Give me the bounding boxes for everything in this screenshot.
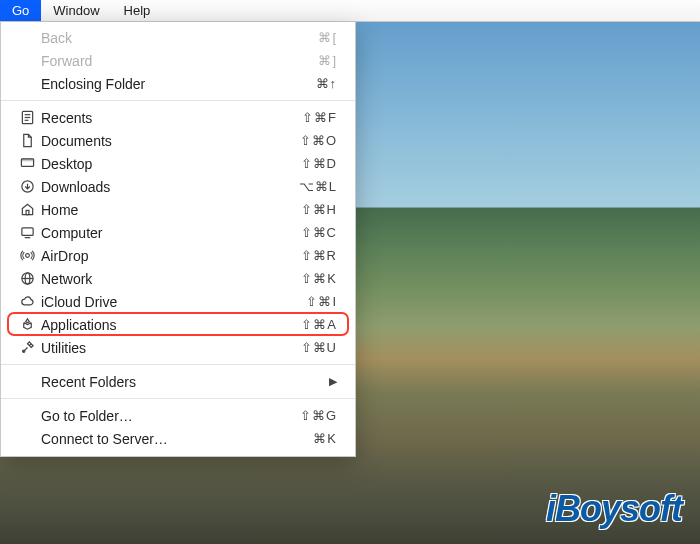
menu-label: Documents — [37, 133, 300, 149]
menu-item-computer[interactable]: Computer ⇧⌘C — [1, 221, 355, 244]
menu-shortcut: ⌥⌘L — [299, 179, 337, 194]
document-icon — [17, 133, 37, 148]
cloud-icon — [17, 294, 37, 309]
menu-label: Home — [37, 202, 301, 218]
menu-shortcut: ⌘↑ — [316, 76, 338, 91]
network-icon — [17, 271, 37, 286]
menu-label: Forward — [17, 53, 318, 69]
computer-icon — [17, 225, 37, 240]
home-icon — [17, 202, 37, 217]
applications-icon — [17, 317, 37, 332]
menu-shortcut: ⌘[ — [318, 30, 337, 45]
menu-item-recent-folders[interactable]: Recent Folders ▶ — [1, 370, 355, 393]
menu-separator — [1, 100, 355, 101]
menu-separator — [1, 398, 355, 399]
menu-item-icloud-drive[interactable]: iCloud Drive ⇧⌘I — [1, 290, 355, 313]
utilities-icon — [17, 340, 37, 355]
menu-label: Recent Folders — [17, 374, 329, 390]
go-menu-dropdown: Back ⌘[ Forward ⌘] Enclosing Folder ⌘↑ R… — [0, 22, 356, 457]
menu-item-airdrop[interactable]: AirDrop ⇧⌘R — [1, 244, 355, 267]
menu-help[interactable]: Help — [112, 0, 163, 21]
menu-item-downloads[interactable]: Downloads ⌥⌘L — [1, 175, 355, 198]
menu-item-utilities[interactable]: Utilities ⇧⌘U — [1, 336, 355, 359]
menu-label: Go to Folder… — [17, 408, 300, 424]
desktop-icon — [17, 156, 37, 171]
svg-rect-8 — [21, 228, 32, 236]
menu-shortcut: ⇧⌘C — [301, 225, 337, 240]
menu-label: Desktop — [37, 156, 301, 172]
menu-window[interactable]: Window — [41, 0, 111, 21]
menu-separator — [1, 364, 355, 365]
menu-label: Enclosing Folder — [17, 76, 316, 92]
clock-doc-icon — [17, 110, 37, 125]
menu-shortcut: ⌘K — [313, 431, 337, 446]
menu-label: Applications — [37, 317, 301, 333]
menu-go[interactable]: Go — [0, 0, 41, 21]
menu-label: Connect to Server… — [17, 431, 313, 447]
menu-item-recents[interactable]: Recents ⇧⌘F — [1, 106, 355, 129]
menu-shortcut: ⇧⌘K — [301, 271, 337, 286]
menu-shortcut: ⇧⌘O — [300, 133, 337, 148]
menu-item-connect-to-server[interactable]: Connect to Server… ⌘K — [1, 427, 355, 450]
menu-shortcut: ⇧⌘R — [301, 248, 337, 263]
menu-label: iCloud Drive — [37, 294, 306, 310]
watermark-logo: iBoysoft — [546, 488, 682, 530]
menu-item-network[interactable]: Network ⇧⌘K — [1, 267, 355, 290]
svg-rect-7 — [26, 210, 29, 214]
menu-shortcut: ⇧⌘D — [301, 156, 337, 171]
menu-label: Back — [17, 30, 318, 46]
svg-point-10 — [25, 254, 29, 258]
downloads-icon — [17, 179, 37, 194]
menu-label: Downloads — [37, 179, 299, 195]
menu-item-back: Back ⌘[ — [1, 26, 355, 49]
menu-item-applications[interactable]: Applications ⇧⌘A — [1, 313, 355, 336]
menu-shortcut: ⌘] — [318, 53, 337, 68]
menu-item-desktop[interactable]: Desktop ⇧⌘D — [1, 152, 355, 175]
menu-item-documents[interactable]: Documents ⇧⌘O — [1, 129, 355, 152]
menu-label: Recents — [37, 110, 302, 126]
airdrop-icon — [17, 248, 37, 263]
menu-shortcut: ⇧⌘A — [301, 317, 337, 332]
submenu-arrow-icon: ▶ — [329, 375, 337, 388]
menu-label: Utilities — [37, 340, 301, 356]
menu-label: AirDrop — [37, 248, 301, 264]
menu-label: Network — [37, 271, 301, 287]
menu-shortcut: ⇧⌘G — [300, 408, 337, 423]
menu-item-enclosing-folder[interactable]: Enclosing Folder ⌘↑ — [1, 72, 355, 95]
menu-shortcut: ⇧⌘I — [306, 294, 337, 309]
menu-label: Computer — [37, 225, 301, 241]
menu-item-home[interactable]: Home ⇧⌘H — [1, 198, 355, 221]
menu-item-forward: Forward ⌘] — [1, 49, 355, 72]
menu-shortcut: ⇧⌘F — [302, 110, 337, 125]
menu-item-go-to-folder[interactable]: Go to Folder… ⇧⌘G — [1, 404, 355, 427]
menubar: Go Window Help — [0, 0, 700, 22]
menu-shortcut: ⇧⌘U — [301, 340, 337, 355]
menu-shortcut: ⇧⌘H — [301, 202, 337, 217]
svg-rect-5 — [21, 159, 33, 161]
